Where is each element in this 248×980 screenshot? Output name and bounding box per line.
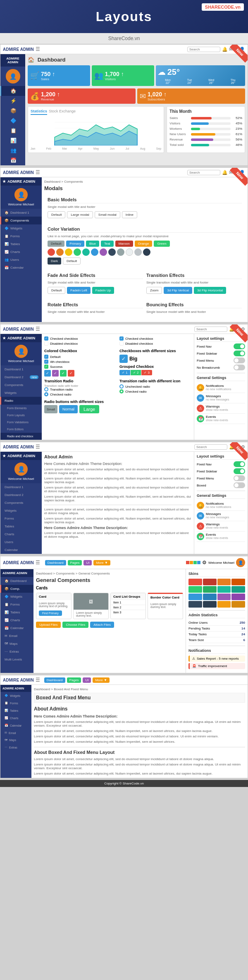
swatch-green[interactable] (74, 248, 81, 256)
swatch-navy[interactable] (143, 248, 150, 256)
skin-5[interactable] (188, 586, 202, 593)
grouped-cb-1[interactable]: ✓ 1 (119, 370, 130, 375)
s4-sidebar-calendar[interactable]: Calendar (0, 546, 42, 554)
s5-btn3[interactable]: UI (83, 560, 92, 565)
checked-cb-box2[interactable]: ✓ (119, 336, 124, 341)
color-btn-orange[interactable]: Orange (135, 241, 153, 247)
s6-ui-btn[interactable]: UI (83, 677, 91, 683)
skin-1[interactable] (188, 579, 202, 585)
swatch-light[interactable] (126, 248, 133, 256)
big-cb-box[interactable]: ✓ (119, 355, 128, 363)
sidebar-item-calendar[interactable]: 📅 Calendar (0, 264, 42, 272)
s6-side-calendar[interactable]: 📅 Calendar (0, 722, 31, 729)
s3-sidebar-dash2[interactable]: Dashboard 2 new (0, 373, 42, 381)
no-breadcrumb-toggle[interactable] (234, 365, 245, 370)
s4-sidebar-dash1[interactable]: Dashboard 1 (0, 483, 42, 491)
color-btn-blue[interactable]: Blue (86, 241, 99, 247)
s6-side-widgets[interactable]: 🔷 Widgets (0, 692, 31, 699)
s5-side-components[interactable]: 📦 Comp. (0, 585, 33, 593)
section6-hamburger[interactable]: ☰ (36, 677, 40, 683)
s6-more-btn[interactable]: More ▼ (93, 677, 109, 683)
s3-sidebar-radio-cb[interactable]: Radio and checkbox (0, 433, 42, 440)
color-btn-primary[interactable]: Primary (66, 241, 84, 247)
radio-btn-2[interactable]: Normal (59, 405, 78, 413)
s6-side-maps[interactable]: 🗺 Maps (0, 737, 31, 744)
chart-tab-stock[interactable]: Stock Exchange (49, 109, 76, 115)
sidebar-item-5[interactable]: 📊 (0, 136, 25, 145)
radio-circle1[interactable] (44, 387, 48, 391)
radio-diff-circle1[interactable] (119, 384, 124, 389)
section3-search[interactable] (194, 327, 227, 332)
s5-btn1[interactable]: Dashboard (45, 560, 66, 565)
s4-sidebar-dash2[interactable]: Dashboard 2 (0, 491, 42, 499)
s3-sidebar-form-lay[interactable]: Form Layouts (0, 412, 42, 419)
skin-13[interactable] (188, 601, 202, 608)
skin-11[interactable] (217, 594, 231, 600)
cb-success-box[interactable]: ✓ (44, 365, 48, 369)
radio-btn-1[interactable]: Small (44, 405, 57, 413)
sidebar-item-components[interactable]: 📦 Components (0, 217, 42, 224)
grouped-cb-2[interactable]: ✓ 2 (131, 370, 141, 375)
s3-sidebar-form-val[interactable]: Form Validations (0, 419, 42, 426)
cb-green[interactable]: ✓ (60, 370, 67, 377)
radio-circle2[interactable] (44, 392, 48, 396)
sidebar-item-tables[interactable]: 📊 Tables (0, 240, 42, 248)
s3-sidebar-form-el[interactable]: Form Elements (0, 405, 42, 412)
trans-btn-zoom[interactable]: Zoom (146, 287, 162, 294)
skin-16[interactable] (231, 601, 245, 608)
swatch-yellow[interactable] (65, 248, 72, 256)
s4-sidebar-comp[interactable]: Components (0, 499, 42, 507)
btn-default[interactable]: Default (48, 211, 65, 218)
color-btn-default[interactable]: Default (48, 241, 64, 247)
skin-10[interactable] (203, 594, 217, 600)
swatch-red[interactable] (48, 248, 55, 256)
section1-hamburger[interactable]: ☰ (36, 46, 40, 52)
trans-btn-flip-h[interactable]: 3d Flip Horizontal (194, 287, 226, 294)
skin-6[interactable] (203, 586, 217, 593)
skin-4[interactable] (231, 579, 245, 585)
upload-files-btn[interactable]: Upload Files (36, 622, 61, 628)
s5-side-dashboard[interactable]: 🏠 Dashboard (0, 577, 33, 585)
sidebar-item-charts[interactable]: 📈 Charts (0, 248, 42, 256)
section2-search[interactable] (187, 170, 220, 175)
btn-dark-default[interactable]: Dark (48, 258, 61, 265)
section5-hamburger[interactable]: ☰ (36, 560, 40, 565)
section4-search[interactable] (194, 444, 227, 450)
s3-sidebar-form-ed[interactable]: Form Editors (0, 426, 42, 433)
skin-14[interactable] (203, 601, 217, 608)
skin-2[interactable] (203, 579, 217, 585)
sidebar-item-4[interactable]: 📋 (0, 126, 25, 136)
trans-btn-flip-v[interactable]: 3d Flip Vertical (164, 287, 192, 294)
s6-side-extras[interactable]: ⋯ Extras (0, 744, 31, 751)
s3-sidebar-radio[interactable]: Radio (0, 397, 42, 405)
s4-sidebar-tables[interactable]: Tables (0, 522, 42, 530)
cb-purple[interactable]: ✓ (52, 370, 59, 377)
s6-side-forms[interactable]: 📋 Forms (0, 699, 31, 707)
s5-side-email[interactable]: ✉ Email (0, 632, 33, 640)
btn-inline[interactable]: Inline (122, 211, 137, 218)
grouped-cb-3[interactable]: ✓ 3 (141, 370, 152, 375)
s3-sidebar-dash1[interactable]: Dashboard 1 (0, 365, 42, 373)
sidebar-item-1[interactable]: ⚡ (0, 96, 25, 106)
swatch-dark[interactable] (108, 248, 116, 256)
s5-side-charts[interactable]: 📈 Charts (0, 616, 33, 624)
s3-sidebar-comp[interactable]: Components (0, 381, 42, 389)
cb-default-box[interactable]: ✓ (44, 355, 48, 359)
s4-boxed-toggle[interactable] (234, 482, 245, 488)
color-btn-green[interactable]: Green (154, 241, 169, 247)
color-btn-maroon[interactable]: Maroon (115, 241, 133, 247)
s6-side-email[interactable]: ✉ Email (0, 729, 31, 737)
s5-side-forms[interactable]: 📋 Forms (0, 601, 33, 608)
s5-side-tables[interactable]: 📊 Tables (0, 608, 33, 616)
section2-hamburger[interactable]: ☰ (36, 169, 40, 175)
swatch-teal[interactable] (82, 248, 90, 256)
s6-side-tables[interactable]: 📊 Tables (0, 707, 31, 714)
color-btn-teal[interactable]: Teal (101, 241, 114, 247)
choose-files-btn[interactable]: Choose Files (62, 622, 88, 628)
swatch-orange[interactable] (56, 248, 64, 256)
s4-sidebar-forms[interactable]: Forms (0, 515, 42, 522)
skin-12[interactable] (231, 594, 245, 600)
s4-sidebar-widgets[interactable]: Widgets (0, 507, 42, 515)
chart-tab-statistics[interactable]: Statistics (31, 109, 47, 115)
s5-side-multilevels[interactable]: Multi Levels (0, 656, 33, 663)
